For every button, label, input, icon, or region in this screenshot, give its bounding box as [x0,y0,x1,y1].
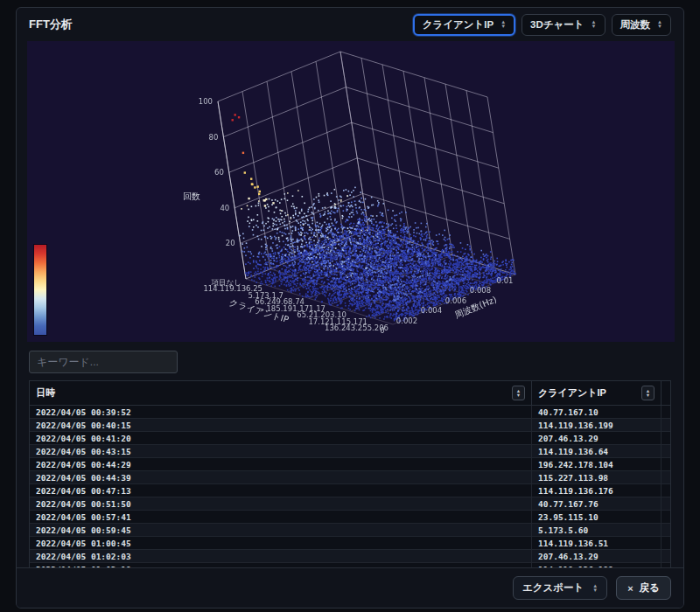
table-scroll-gutter [662,458,670,470]
client-ip-select[interactable]: クライアントIP ▲▼ [413,14,515,36]
chart-type-select-value: 3Dチャート [530,18,584,31]
cell-datetime: 2022/04/05 00:43:15 [30,445,532,457]
fft-3d-scatter-chart[interactable] [27,41,675,342]
cell-datetime: 2022/04/05 00:51:50 [30,497,532,510]
table-row[interactable]: 2022/04/05 00:43:15114.119.136.64 [30,445,670,458]
bottom-action-bar: エクスポート ▲▼ × 戻る [17,567,683,608]
fft-3d-chart-container [27,41,675,342]
column-header-datetime-label: 日時 [36,386,55,400]
panel-header: FFT分析 クライアントIP ▲▼ 3Dチャート ▲▼ 周波数 ▲▼ [17,8,683,41]
cell-clientip: 207.46.13.29 [532,432,662,444]
back-button[interactable]: × 戻る [616,576,671,600]
column-header-clientip-label: クライアントIP [538,386,606,400]
table-row[interactable]: 2022/04/05 00:40:15114.119.136.199 [30,419,670,432]
table-scroll-gutter [662,432,670,444]
cell-clientip: 115.227.113.98 [532,471,662,483]
cell-clientip: 114.119.136.51 [532,537,662,549]
table-scroll-gutter [662,524,670,536]
table-row[interactable]: 2022/04/05 00:41:20207.46.13.29 [30,432,670,445]
export-select-value: エクスポート [522,581,584,595]
updown-icon: ▲▼ [500,20,506,29]
table-scroll-gutter [662,406,670,418]
back-button-label: 戻る [640,581,660,595]
header-controls: クライアントIP ▲▼ 3Dチャート ▲▼ 周波数 ▲▼ [413,14,671,36]
close-icon: × [627,583,633,594]
sort-clientip-button[interactable]: ▲▼ [641,386,654,400]
cell-clientip: 114.119.136.64 [532,445,662,457]
cell-clientip: 5.173.5.60 [532,524,662,536]
table-header-row: 日時 ▲▼ クライアントIP ▲▼ [30,381,670,406]
cell-datetime: 2022/04/05 00:39:52 [30,406,532,418]
cell-datetime: 2022/04/05 00:44:29 [30,458,532,470]
cell-clientip: 114.119.136.199 [532,419,662,431]
cell-clientip: 23.95.115.10 [532,511,662,523]
cell-datetime: 2022/04/05 00:40:15 [30,419,532,431]
table-row[interactable]: 2022/04/05 00:44:29196.242.178.104 [30,458,670,471]
table-row[interactable]: 2022/04/05 00:44:39115.227.113.98 [30,471,670,484]
table-scroll-gutter [662,445,670,457]
export-select[interactable]: エクスポート ▲▼ [513,576,607,600]
cell-datetime: 2022/04/05 01:00:45 [30,537,532,549]
sort-datetime-button[interactable]: ▲▼ [512,386,525,400]
cell-clientip: 40.77.167.76 [532,497,662,510]
cell-datetime: 2022/04/05 00:57:41 [30,511,532,523]
keyword-search-input[interactable] [29,351,178,373]
table-scroll-gutter [662,497,670,510]
page-title: FFT分析 [29,17,73,32]
table-scroll-gutter [662,484,670,497]
table-search-row [17,342,683,379]
client-ip-select-value: クライアントIP [423,18,494,31]
cell-clientip: 114.119.136.176 [532,484,662,497]
cell-datetime: 2022/04/05 00:59:45 [30,524,532,536]
cell-datetime: 2022/04/05 00:47:13 [30,484,532,497]
updown-icon: ▲▼ [657,20,662,29]
chart-colorscale-bar [33,244,47,336]
table-scroll-gutter [662,471,670,483]
table-scroll-gutter [662,537,670,549]
cell-clientip: 40.77.167.10 [532,406,662,418]
chart-type-select[interactable]: 3Dチャート ▲▼ [522,14,605,36]
table-row[interactable]: 2022/04/05 00:59:455.173.5.60 [30,524,670,537]
table-row[interactable]: 2022/04/05 01:00:45114.119.136.51 [30,537,670,550]
table-row[interactable]: 2022/04/05 00:51:5040.77.167.76 [30,497,670,511]
cell-datetime: 2022/04/05 00:41:20 [30,432,532,444]
updown-icon: ▲▼ [592,20,597,29]
table-scroll-gutter [662,550,670,562]
frequency-select[interactable]: 周波数 ▲▼ [612,14,671,36]
updown-icon: ▲▼ [592,584,598,593]
column-header-clientip[interactable]: クライアントIP ▲▼ [532,381,662,405]
cell-datetime: 2022/04/05 01:02:03 [30,550,532,562]
table-scroll-gutter [662,511,670,523]
table-row[interactable]: 2022/04/05 01:02:03207.46.13.29 [30,550,670,563]
cell-datetime: 2022/04/05 00:44:39 [30,471,532,483]
fft-analysis-panel: FFT分析 クライアントIP ▲▼ 3Dチャート ▲▼ 周波数 ▲▼ 日時 [16,7,684,609]
cell-clientip: 196.242.178.104 [532,458,662,470]
table-row[interactable]: 2022/04/05 00:57:4123.95.115.10 [30,511,670,524]
column-header-datetime[interactable]: 日時 ▲▼ [30,381,532,405]
frequency-select-value: 周波数 [620,18,651,31]
table-row[interactable]: 2022/04/05 00:39:5240.77.167.10 [30,406,670,419]
table-row[interactable]: 2022/04/05 00:47:13114.119.136.176 [30,484,670,497]
table-scroll-gutter [662,381,670,405]
cell-clientip: 207.46.13.29 [532,550,662,562]
table-scroll-gutter [662,419,670,431]
